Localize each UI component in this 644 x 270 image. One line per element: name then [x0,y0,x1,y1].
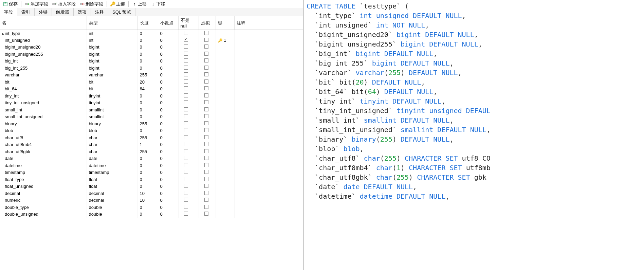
cell-virtual[interactable] [199,134,216,141]
cell-comment[interactable] [234,44,303,51]
cell-comment[interactable] [234,197,303,204]
cell-length[interactable]: 255 [137,120,158,127]
header-not-null[interactable]: 不是 null [178,16,199,30]
cell-not-null[interactable] [178,134,199,141]
cell-name[interactable]: small_int [0,106,87,113]
checkbox-not-null[interactable] [184,86,188,90]
cell-length[interactable]: 0 [137,51,158,58]
checkbox-virtual[interactable] [204,107,208,111]
cell-virtual[interactable] [199,30,216,37]
cell-type[interactable]: bigint [87,44,137,51]
checkbox-not-null[interactable] [184,205,188,209]
cell-comment[interactable] [234,176,303,183]
cell-comment[interactable] [234,134,303,141]
cell-not-null[interactable] [178,155,199,162]
cell-length[interactable]: 0 [137,162,158,169]
cell-length[interactable]: 0 [137,58,158,65]
cell-decimals[interactable]: 0 [158,134,178,141]
checkbox-virtual[interactable] [204,86,208,90]
cell-comment[interactable] [234,65,303,72]
checkbox-not-null[interactable] [184,79,188,84]
cell-length[interactable]: 0 [137,176,158,183]
cell-decimals[interactable]: 0 [158,106,178,113]
cell-type[interactable]: char [87,148,137,155]
table-row[interactable]: datedate00 [0,155,303,162]
cell-not-null[interactable] [178,204,199,211]
cell-not-null[interactable] [178,197,199,204]
cell-type[interactable]: bigint [87,58,137,65]
checkbox-virtual[interactable] [204,38,208,42]
header-virtual[interactable]: 虚拟 [199,16,216,30]
cell-key[interactable] [216,141,234,148]
checkbox-virtual[interactable] [204,212,208,216]
cell-key[interactable] [216,169,234,176]
cell-not-null[interactable] [178,30,199,37]
cell-length[interactable]: 255 [137,134,158,141]
cell-not-null[interactable] [178,141,199,148]
cell-key[interactable] [216,106,234,113]
cell-decimals[interactable]: 0 [158,204,178,211]
checkbox-virtual[interactable] [204,31,208,35]
cell-virtual[interactable] [199,113,216,121]
cell-key[interactable] [216,78,234,86]
checkbox-not-null[interactable] [184,93,188,97]
cell-decimals[interactable]: 0 [158,162,178,169]
cell-length[interactable]: 1 [137,141,158,148]
cell-key[interactable] [216,51,234,58]
cell-not-null[interactable] [178,127,199,134]
cell-length[interactable]: 0 [137,92,158,100]
table-row[interactable]: char_utf8mb4char10 [0,141,303,148]
cell-type[interactable]: decimal [87,197,137,204]
cell-length[interactable]: 0 [137,169,158,176]
checkbox-virtual[interactable] [204,79,208,84]
cell-name[interactable]: small_int_unsigned [0,113,87,121]
cell-length[interactable]: 20 [137,78,158,86]
save-button[interactable]: 保存 [1,0,19,8]
cell-virtual[interactable] [199,86,216,93]
header-length[interactable]: 长度 [137,16,158,30]
cell-virtual[interactable] [199,120,216,127]
cell-virtual[interactable] [199,37,216,44]
table-row[interactable]: bit_64bit640 [0,86,303,93]
cell-not-null[interactable] [178,37,199,44]
cell-name[interactable]: bit_64 [0,86,87,93]
cell-not-null[interactable] [178,92,199,100]
cell-virtual[interactable] [199,100,216,107]
tab-3[interactable]: 触发器 [52,8,74,16]
cell-type[interactable]: smallint [87,106,137,113]
header-type[interactable]: 类型 [87,16,137,30]
cell-length[interactable]: 0 [137,44,158,51]
cell-name[interactable]: float_unsigned [0,183,87,190]
cell-type[interactable]: int [87,30,137,37]
cell-comment[interactable] [234,127,303,134]
cell-name[interactable]: blob [0,127,87,134]
tab-5[interactable]: 注释 [91,8,108,16]
cell-virtual[interactable] [199,155,216,162]
cell-virtual[interactable] [199,162,216,169]
cell-key[interactable] [216,162,234,169]
checkbox-virtual[interactable] [204,184,208,188]
cell-not-null[interactable] [178,169,199,176]
cell-decimals[interactable]: 0 [158,120,178,127]
cell-not-null[interactable] [178,86,199,93]
cell-virtual[interactable] [199,204,216,211]
table-row[interactable]: float_typefloat00 [0,176,303,183]
cell-type[interactable]: bit [87,78,137,86]
cell-key[interactable] [216,183,234,190]
table-row[interactable]: datetimedatetime00 [0,162,303,169]
cell-virtual[interactable] [199,211,216,218]
cell-not-null[interactable] [178,58,199,65]
cell-comment[interactable] [234,78,303,86]
delete-field-button[interactable]: 删除字段 [78,0,105,8]
cell-comment[interactable] [234,86,303,93]
checkbox-not-null[interactable] [184,72,188,76]
table-row[interactable]: blobblob00 [0,127,303,134]
cell-type[interactable]: varchar [87,72,137,79]
move-down-button[interactable]: ↓ 下移 [149,0,167,8]
cell-not-null[interactable] [178,113,199,121]
table-row[interactable]: int_unsignedint00🔑 1 [0,37,303,44]
cell-type[interactable]: char [87,141,137,148]
cell-virtual[interactable] [199,51,216,58]
cell-key[interactable] [216,204,234,211]
checkbox-virtual[interactable] [204,58,208,62]
